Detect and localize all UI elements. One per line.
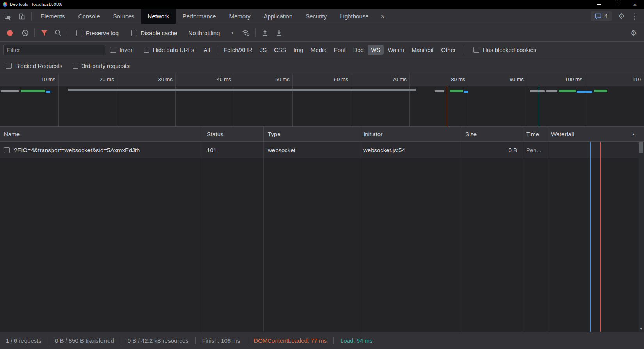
network-overview-timeline[interactable]: 10 ms20 ms30 ms40 ms50 ms60 ms70 ms80 ms… [0, 73, 644, 127]
toolbar-divider [34, 28, 35, 37]
column-header-name[interactable]: Name [0, 127, 203, 141]
column-header-size[interactable]: Size [461, 127, 522, 141]
window-titlebar: DevTools - localhost:8080/ × [0, 0, 644, 9]
request-row[interactable]: ?EIO=4&transport=websocket&sid=5AxmxEdJt… [0, 142, 644, 158]
window-title: DevTools - localhost:8080/ [10, 2, 62, 7]
blocked-requests-checkbox[interactable] [6, 63, 12, 69]
tab-network[interactable]: Network [141, 9, 176, 24]
filter-pill-doc[interactable]: Doc [350, 45, 367, 55]
overview-column: 80 ms [410, 73, 468, 126]
hide-data-urls-label: Hide data URLs [153, 46, 194, 53]
tab-application[interactable]: Application [257, 9, 299, 24]
settings-gear-icon[interactable]: ⚙ [618, 12, 625, 20]
requests-table-body: ?EIO=4&transport=websocket&sid=5AxmxEdJt… [0, 142, 644, 332]
filter-pill-fetch-xhr[interactable]: Fetch/XHR [221, 45, 255, 55]
filter-pill-wasm[interactable]: Wasm [385, 45, 407, 55]
network-settings-gear-icon[interactable]: ⚙ [630, 29, 637, 37]
export-har-button[interactable] [272, 29, 286, 36]
search-button[interactable] [51, 29, 65, 36]
request-waterfall-cell [547, 142, 644, 158]
wifi-gear-icon [242, 29, 250, 37]
tab-security[interactable]: Security [299, 9, 333, 24]
request-initiator-cell: websocket.js:54 [359, 142, 461, 158]
record-network-log-button[interactable] [7, 30, 13, 36]
table-empty-area [0, 158, 644, 332]
toolbar-divider [31, 12, 32, 21]
filter-pill-img[interactable]: Img [290, 45, 306, 55]
request-status: 101 [203, 142, 264, 158]
filter-pill-media[interactable]: Media [308, 45, 330, 55]
network-conditions-button[interactable] [239, 29, 253, 37]
column-header-initiator[interactable]: Initiator [359, 127, 461, 141]
initiator-link[interactable]: websocket.js:54 [363, 147, 405, 153]
search-icon [55, 29, 62, 36]
status-item: 1 / 6 requests [6, 337, 41, 344]
tab-memory[interactable]: Memory [223, 9, 257, 24]
tab-console[interactable]: Console [72, 9, 107, 24]
inspect-element-button[interactable] [0, 9, 14, 24]
column-header-status[interactable]: Status [203, 127, 264, 141]
filter-pill-ws[interactable]: WS [368, 45, 383, 55]
status-item: 0 B / 850 B transferred [48, 337, 114, 344]
tab-lighthouse[interactable]: Lighthouse [333, 9, 375, 24]
overview-column: 110 [585, 73, 644, 126]
third-party-requests-checkbox[interactable] [73, 63, 78, 69]
invert-label: Invert [119, 46, 134, 53]
close-button[interactable]: × [626, 0, 644, 9]
import-har-button[interactable] [258, 29, 272, 36]
hide-data-urls-checkbox[interactable] [144, 47, 149, 53]
issues-counter-button[interactable]: 1 [591, 11, 612, 21]
request-name-cell: ?EIO=4&transport=websocket&sid=5AxmxEdJt… [0, 142, 203, 158]
sort-asc-icon: ▲ [632, 132, 635, 136]
blocked-requests-control: Blocked Requests [6, 62, 62, 69]
clear-network-log-button[interactable] [18, 29, 32, 37]
kebab-menu-icon[interactable]: ⋮ [631, 12, 639, 20]
resource-type-filters: AllFetch/XHRJSCSSImgMediaFontDocWSWasmMa… [200, 45, 459, 55]
request-size: 0 B [461, 142, 522, 158]
invert-checkbox[interactable] [110, 47, 116, 53]
filter-pill-js[interactable]: JS [256, 45, 270, 55]
disable-cache-checkbox[interactable] [131, 30, 137, 36]
column-header-type[interactable]: Type [264, 127, 359, 141]
third-party-requests-control: 3rd-party requests [73, 62, 130, 69]
requests-table-header: Name Status Type Initiator Size Time Wat… [0, 127, 644, 142]
toolbar-divider [68, 28, 68, 37]
filter-pill-all[interactable]: All [200, 45, 213, 55]
overview-grid: 10 ms20 ms30 ms40 ms50 ms60 ms70 ms80 ms… [0, 73, 644, 126]
disable-cache-control: Disable cache [131, 30, 177, 36]
has-blocked-cookies-control: Has blocked cookies [473, 46, 537, 53]
request-time: Pen... [522, 142, 547, 158]
status-item: 0 B / 42.2 kB resources [121, 337, 189, 344]
tab-performance[interactable]: Performance [176, 9, 223, 24]
filter-pill-font[interactable]: Font [331, 45, 349, 55]
request-name: ?EIO=4&transport=websocket&sid=5AxmxEdJt… [14, 147, 140, 153]
request-checkbox[interactable] [4, 147, 10, 153]
filter-pill-manifest[interactable]: Manifest [409, 45, 437, 55]
has-blocked-cookies-checkbox[interactable] [473, 47, 479, 53]
column-header-time[interactable]: Time [522, 127, 547, 141]
filter-pill-other[interactable]: Other [438, 45, 459, 55]
throttling-dropdown[interactable]: No throttling ▼ [188, 30, 234, 36]
minimize-button[interactable] [590, 0, 608, 9]
chevron-down-icon: ▼ [231, 31, 234, 35]
toolbar-divider [464, 46, 464, 54]
scrollbar-down-arrow[interactable]: ▼ [639, 327, 644, 331]
device-toolbar-button[interactable] [14, 9, 29, 24]
upload-icon [262, 29, 269, 36]
filter-input[interactable] [3, 45, 105, 55]
devtools-tabbar: ElementsConsoleSourcesNetworkPerformance… [0, 9, 644, 24]
column-header-waterfall[interactable]: Waterfall ▲ [547, 127, 644, 141]
tab-elements[interactable]: Elements [34, 9, 72, 24]
maximize-button[interactable] [608, 0, 626, 9]
overview-column: 40 ms [176, 73, 234, 126]
scrollbar-thumb[interactable] [639, 142, 643, 153]
tab-sources[interactable]: Sources [107, 9, 141, 24]
device-toolbar-icon [18, 12, 26, 20]
overview-column: 70 ms [351, 73, 410, 126]
filter-toggle-button[interactable] [37, 30, 51, 36]
filter-pill-css[interactable]: CSS [271, 45, 289, 55]
preserve-log-checkbox[interactable] [76, 30, 82, 36]
inspect-cursor-icon [4, 12, 11, 20]
funnel-icon [41, 30, 48, 36]
more-tabs-button[interactable]: » [375, 9, 390, 24]
